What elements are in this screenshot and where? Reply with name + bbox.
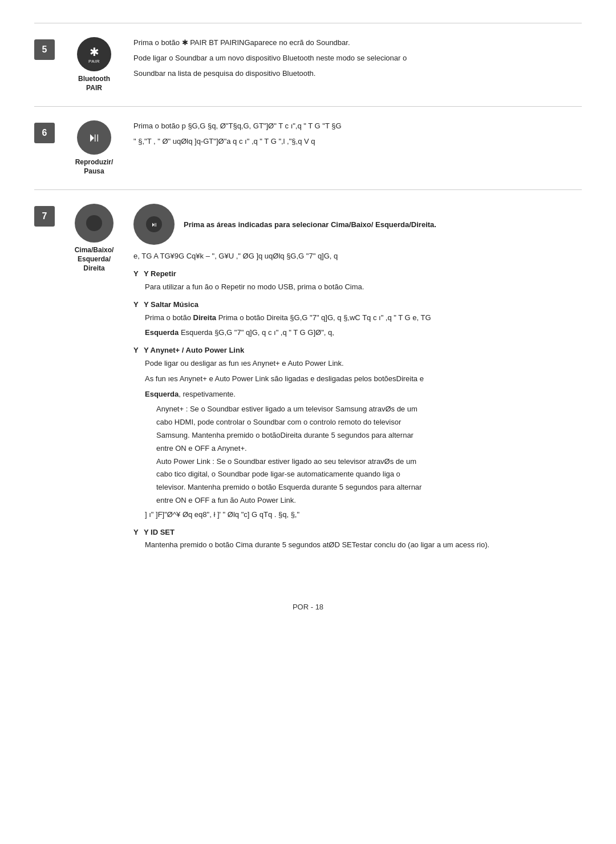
saltar-section: Y Saltar Música Prima o botão Direita Pr… bbox=[133, 299, 582, 339]
idset-title: Y ID SET bbox=[144, 527, 175, 539]
play-pause-symbol: ⏯ bbox=[88, 130, 100, 145]
anynet-indent3: Samsung. Mantenha premido o botãoDireita… bbox=[156, 430, 582, 442]
anynet-indent5: Auto Power Link : Se o Soundbar estiver … bbox=[156, 456, 582, 468]
repetir-label: Y Repetir bbox=[133, 268, 582, 280]
anynet-indent4: entre ON e OFF a Anynet+. bbox=[156, 443, 582, 455]
nav-center-circle bbox=[86, 215, 102, 231]
section-7: 7 Cima/Baixo/ Esquerda/ Direita ⏯ Prima … bbox=[34, 189, 582, 568]
anynet-indent8: entre ON e OFF a fun ão Auto Power Link. bbox=[156, 495, 582, 507]
saltar-label: Y Saltar Música bbox=[133, 299, 582, 311]
icon-label-7: Cima/Baixo/ Esquerda/ Direita bbox=[68, 246, 120, 273]
nav-desc-text: Prima as áreas indicadas para selecionar… bbox=[184, 219, 436, 231]
icon-label-line2-6: Pausa bbox=[84, 167, 104, 175]
repetir-title: Y Repetir bbox=[144, 268, 176, 280]
icon-label-line2-7: Esquerda/ bbox=[78, 255, 111, 263]
section-content-6: Prima o botão p §G,G §q, Ø"T§q,G, GT"]Ø"… bbox=[133, 120, 582, 151]
section-number-6: 6 bbox=[34, 123, 55, 143]
section-number-5: 5 bbox=[34, 39, 55, 60]
idset-text: Mantenha premido o botão Cima durante 5 … bbox=[145, 539, 582, 551]
saltar-title: Y Saltar Música bbox=[144, 299, 198, 311]
bluetooth-pair-icon: ✱ PAIR bbox=[77, 37, 111, 71]
icon-label-5: Bluetooth PAIR bbox=[78, 75, 110, 92]
anynet-indent7: televisor. Mantenha premido o botão Esqu… bbox=[156, 482, 582, 494]
anynet-title: Y Anynet+ / Auto Power Link bbox=[144, 345, 244, 357]
saltar-text1: Prima o botão Direita Prima o botão Dire… bbox=[145, 312, 582, 324]
icon-label-line2-5: PAIR bbox=[86, 84, 102, 92]
content-line-5-0: Prima o botão ✱ PAIR BT PAIRINGaparece n… bbox=[133, 37, 582, 49]
section-icon-area-7: Cima/Baixo/ Esquerda/ Direita bbox=[68, 204, 120, 273]
anynet-label: Y Anynet+ / Auto Power Link bbox=[133, 345, 582, 357]
content-line-7-0: e, TG A TG¥9G Cq¥k – ", G¥U ," ØG ]q uqØ… bbox=[133, 251, 582, 263]
anynet-text2: As fun ıes Anynet+ e Auto Power Link são… bbox=[145, 373, 582, 385]
icon-label-line3-7: Direita bbox=[83, 264, 104, 272]
nav-inline-center: ⏯ bbox=[146, 216, 162, 232]
footer: POR - 18 bbox=[34, 603, 582, 611]
content-line-5-2: Soundbar na lista de pesquisa do disposi… bbox=[133, 68, 582, 80]
icon-label-line1-6: Reproduzir/ bbox=[75, 158, 114, 166]
section-number-7: 7 bbox=[34, 206, 55, 227]
anynet-misc: ] ı" ]F]"Ø^¥ Øq eq8", ł ]' " Ølq "c] G q… bbox=[145, 509, 582, 521]
bluetooth-symbol: ✱ bbox=[90, 45, 99, 59]
section-icon-area-5: ✱ PAIR Bluetooth PAIR bbox=[68, 37, 120, 92]
saltar-text2: Esquerda Esquerda §G,G "7" q]G, q c ı" ,… bbox=[145, 327, 582, 339]
section-icon-area-6: ⏯ Reproduzir/ Pausa bbox=[68, 120, 120, 176]
idset-label: Y ID SET bbox=[133, 527, 582, 539]
icon-label-6: Reproduzir/ Pausa bbox=[75, 158, 114, 176]
pair-label-inner: PAIR bbox=[88, 59, 100, 64]
repetir-text: Para utilizar a fun ão o Repetir no modo… bbox=[145, 281, 582, 293]
nav-inline-icon: ⏯ bbox=[133, 204, 175, 245]
icon-label-line1-5: Bluetooth bbox=[78, 75, 110, 83]
repetir-section: Y Repetir Para utilizar a fun ão o Repet… bbox=[133, 268, 582, 293]
section-5: 5 ✱ PAIR Bluetooth PAIR Prima o botão ✱ … bbox=[34, 23, 582, 106]
nav-button-icon bbox=[75, 204, 114, 243]
anynet-indent6: cabo tico digital, o Soundbar pode ligar… bbox=[156, 469, 582, 480]
play-pause-icon: ⏯ bbox=[77, 120, 111, 155]
anynet-section: Y Anynet+ / Auto Power Link Pode ligar o… bbox=[133, 345, 582, 520]
content-line-5-1: Pode ligar o Soundbar a um novo disposit… bbox=[133, 53, 582, 64]
icon-label-line1-7: Cima/Baixo/ bbox=[75, 246, 114, 254]
page-content: 5 ✱ PAIR Bluetooth PAIR Prima o botão ✱ … bbox=[34, 23, 582, 611]
nav-inner: ⏯ Prima as áreas indicadas para selecion… bbox=[133, 204, 582, 245]
content-line-6-0: Prima o botão p §G,G §q, Ø"T§q,G, GT"]Ø"… bbox=[133, 120, 582, 132]
section-content-7: ⏯ Prima as áreas indicadas para selecion… bbox=[133, 204, 582, 555]
section-content-5: Prima o botão ✱ PAIR BT PAIRINGaparece n… bbox=[133, 37, 582, 83]
idset-section: Y ID SET Mantenha premido o botão Cima d… bbox=[133, 527, 582, 552]
anynet-indent2: cabo HDMI, pode controlar o Soundbar com… bbox=[156, 417, 582, 429]
page-number: POR - 18 bbox=[293, 603, 323, 611]
anynet-text3: Esquerda, respetivamente. bbox=[145, 389, 582, 401]
anynet-indent1: Anynet+ : Se o Soundbar estiver ligado a… bbox=[156, 403, 582, 415]
content-line-6-1: " §,"T , " Ø" uqØlq ]q-GT"]Ø"a q c ı" ,q… bbox=[133, 136, 582, 148]
section-6: 6 ⏯ Reproduzir/ Pausa Prima o botão p §G… bbox=[34, 106, 582, 189]
anynet-text1: Pode ligar ou desligar as fun ıes Anynet… bbox=[145, 358, 582, 370]
